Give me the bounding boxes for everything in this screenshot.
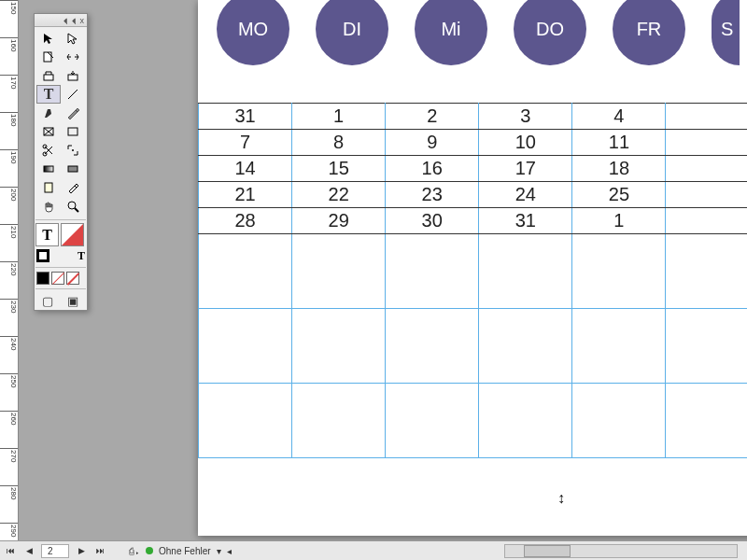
- pen-tool[interactable]: [36, 104, 61, 122]
- gradient-feather-tool[interactable]: [61, 160, 85, 178]
- nav-last-button[interactable]: ⏭: [93, 544, 106, 557]
- line-tool[interactable]: [61, 85, 85, 104]
- calendar-cell[interactable]: 18: [572, 156, 666, 182]
- calendar-cell[interactable]: [199, 309, 292, 384]
- content-placer-tool[interactable]: [61, 66, 85, 85]
- dropdown-icon[interactable]: ▾: [217, 546, 221, 556]
- errors-label[interactable]: Ohne Fehler: [159, 546, 211, 556]
- calendar-cell[interactable]: 8: [292, 130, 386, 156]
- calendar-cell[interactable]: [666, 182, 747, 208]
- calendar-cell[interactable]: 7: [199, 130, 292, 156]
- note-tool[interactable]: [36, 178, 61, 197]
- calendar-cell[interactable]: 10: [479, 130, 572, 156]
- calendar-cell[interactable]: 2: [386, 104, 479, 130]
- document-page[interactable]: MO DI Mi DO FR S 31123478910111415161718…: [198, 0, 747, 536]
- calendar-cell[interactable]: 21: [199, 182, 292, 208]
- calendar-cell[interactable]: 15: [292, 156, 386, 182]
- calendar-cell[interactable]: 9: [386, 130, 479, 156]
- eyedropper-tool[interactable]: [61, 178, 85, 197]
- calendar-cell[interactable]: [292, 384, 386, 458]
- stroke-mode-button[interactable]: [61, 223, 84, 246]
- type-mode-button[interactable]: T: [35, 223, 59, 246]
- direct-selection-tool[interactable]: [61, 29, 85, 48]
- page-tool[interactable]: [36, 48, 61, 66]
- view-mode-normal[interactable]: ▢: [35, 291, 60, 310]
- calendar-cell[interactable]: 4: [572, 104, 666, 130]
- collapse-icon[interactable]: ⏴⏴: [62, 16, 78, 25]
- table-row[interactable]: 7891011: [199, 130, 748, 156]
- calendar-cell[interactable]: [386, 384, 479, 458]
- calendar-cell[interactable]: 25: [572, 182, 666, 208]
- calendar-cell[interactable]: 17: [479, 156, 572, 182]
- calendar-grid[interactable]: 3112347891011141516171821222324252829303…: [198, 103, 747, 458]
- calendar-cell[interactable]: [666, 384, 747, 458]
- free-transform-tool[interactable]: [61, 141, 85, 160]
- calendar-cell[interactable]: [386, 309, 479, 384]
- calendar-cell[interactable]: [292, 309, 386, 384]
- calendar-cell[interactable]: 3: [479, 104, 572, 130]
- calendar-cell[interactable]: 29: [292, 208, 386, 234]
- calendar-cell[interactable]: [666, 208, 747, 234]
- table-row[interactable]: [199, 234, 748, 309]
- scrollbar-thumb[interactable]: [524, 545, 571, 557]
- calendar-cell[interactable]: [572, 309, 666, 384]
- calendar-cell[interactable]: [666, 309, 747, 384]
- calendar-cell[interactable]: [479, 384, 572, 458]
- table-row[interactable]: 2122232425: [199, 182, 748, 208]
- calendar-cell[interactable]: [572, 234, 666, 309]
- table-row[interactable]: 1415161718: [199, 156, 748, 182]
- gap-tool[interactable]: [61, 48, 85, 66]
- calendar-cell[interactable]: [666, 130, 747, 156]
- calendar-cell[interactable]: [572, 384, 666, 458]
- calendar-cell[interactable]: 1: [292, 104, 386, 130]
- view-mode-preview[interactable]: ▣: [60, 291, 85, 310]
- calendar-cell[interactable]: [479, 234, 572, 309]
- preflight-icon[interactable]: ⎙▸: [129, 546, 140, 556]
- table-row[interactable]: 311234: [199, 104, 748, 130]
- nav-first-button[interactable]: ⏮: [4, 544, 17, 557]
- calendar-cell[interactable]: 11: [572, 130, 666, 156]
- calendar-cell[interactable]: 16: [386, 156, 479, 182]
- tools-panel[interactable]: ⏴⏴ x T T T ▢ ▣: [34, 13, 88, 311]
- calendar-cell[interactable]: [666, 104, 747, 130]
- calendar-cell[interactable]: [666, 234, 747, 309]
- page-number[interactable]: 2: [41, 544, 69, 558]
- pencil-tool[interactable]: [61, 104, 85, 122]
- calendar-cell[interactable]: [199, 234, 292, 309]
- rectangle-frame-tool[interactable]: [36, 122, 61, 141]
- calendar-cell[interactable]: 28: [199, 208, 292, 234]
- text-icon[interactable]: T: [78, 249, 85, 263]
- table-row[interactable]: [199, 384, 748, 458]
- calendar-cell[interactable]: [292, 234, 386, 309]
- swatch-black[interactable]: [36, 249, 49, 262]
- type-tool[interactable]: T: [36, 85, 61, 104]
- fill-black-swatch[interactable]: [36, 272, 49, 285]
- calendar-cell[interactable]: [479, 309, 572, 384]
- close-icon[interactable]: x: [80, 16, 85, 25]
- chevron-left-icon[interactable]: ◂: [227, 546, 232, 556]
- gradient-swatch-tool[interactable]: [36, 160, 61, 178]
- fill-none-swatch[interactable]: [51, 272, 64, 285]
- selection-tool[interactable]: [36, 29, 61, 48]
- apply-none-swatch[interactable]: [66, 272, 79, 285]
- hand-tool[interactable]: [36, 197, 61, 216]
- calendar-cell[interactable]: 14: [199, 156, 292, 182]
- zoom-tool[interactable]: [61, 197, 85, 216]
- content-collector-tool[interactable]: [36, 66, 61, 85]
- nav-prev-button[interactable]: ◀: [22, 544, 35, 557]
- table-row[interactable]: [199, 309, 748, 384]
- calendar-cell[interactable]: [386, 234, 479, 309]
- scissors-tool[interactable]: [36, 141, 61, 160]
- calendar-cell[interactable]: 30: [386, 208, 479, 234]
- calendar-cell[interactable]: 22: [292, 182, 386, 208]
- calendar-cell[interactable]: [666, 156, 747, 182]
- nav-next-button[interactable]: ▶: [75, 544, 88, 557]
- calendar-cell[interactable]: 31: [479, 208, 572, 234]
- horizontal-scrollbar[interactable]: [504, 544, 738, 558]
- calendar-cell[interactable]: 23: [386, 182, 479, 208]
- tools-panel-header[interactable]: ⏴⏴ x: [35, 14, 87, 27]
- calendar-cell[interactable]: [199, 384, 292, 458]
- calendar-cell[interactable]: 31: [199, 104, 292, 130]
- calendar-cell[interactable]: 1: [572, 208, 666, 234]
- calendar-cell[interactable]: 24: [479, 182, 572, 208]
